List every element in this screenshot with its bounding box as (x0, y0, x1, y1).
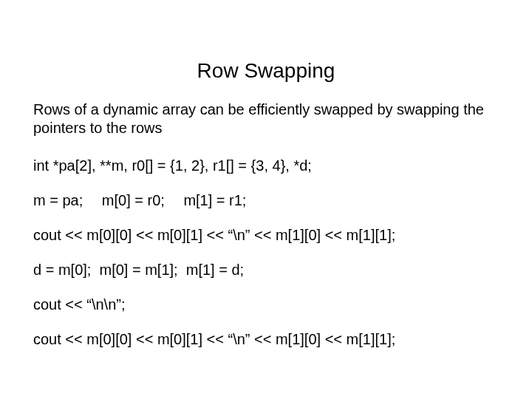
intro-text: Rows of a dynamic array can be efficient… (33, 100, 499, 137)
code-line: d = m[0]; m[0] = m[1]; m[1] = d; (33, 261, 499, 279)
code-line: cout << m[0][0] << m[0][1] << “\n” << m[… (33, 226, 499, 245)
slide-title: Row Swapping (33, 59, 499, 83)
code-line: cout << “\n\n”; (33, 296, 499, 314)
slide: Row Swapping Rows of a dynamic array can… (0, 0, 532, 399)
slide-body: Rows of a dynamic array can be efficient… (33, 100, 499, 349)
code-line: m = pa; m[0] = r0; m[1] = r1; (33, 191, 499, 210)
code-line: int *pa[2], **m, r0[] = {1, 2}, r1[] = {… (33, 157, 499, 175)
code-line: cout << m[0][0] << m[0][1] << “\n” << m[… (33, 330, 499, 349)
